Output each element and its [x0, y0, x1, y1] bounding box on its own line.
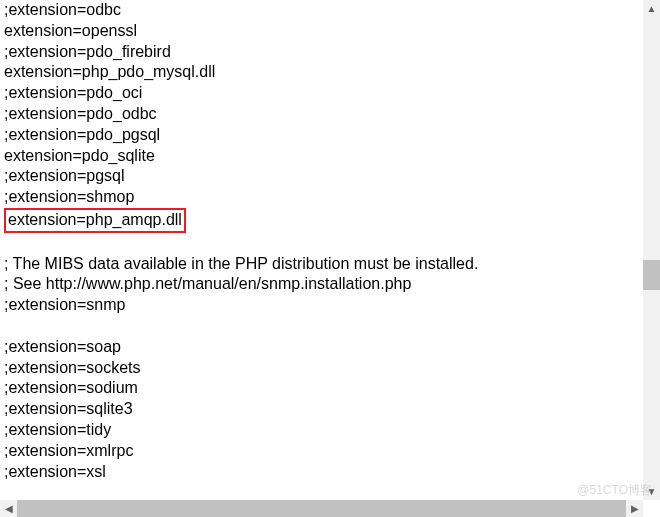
config-line: ;extension=pdo_pgsql [4, 125, 636, 146]
blank-line [4, 233, 636, 254]
config-line: ;extension=xsl [4, 462, 636, 483]
horizontal-scrollbar[interactable]: ◀ ▶ [0, 500, 643, 517]
config-line: ;extension=pdo_firebird [4, 42, 636, 63]
scroll-left-button[interactable]: ◀ [0, 500, 17, 517]
config-line: ;extension=xmlrpc [4, 441, 636, 462]
arrow-left-icon: ◀ [5, 504, 13, 514]
config-line: extension=openssl [4, 21, 636, 42]
config-line: ;extension=sockets [4, 358, 636, 379]
config-text-area: ;extension=odbc extension=openssl ;exten… [0, 0, 640, 497]
arrow-right-icon: ▶ [631, 504, 639, 514]
watermark: @51CTO博客 [577, 483, 652, 499]
scroll-right-button[interactable]: ▶ [626, 500, 643, 517]
config-line: ;extension=odbc [4, 0, 636, 21]
config-line: ;extension=sodium [4, 378, 636, 399]
config-line: ;extension=pdo_odbc [4, 104, 636, 125]
config-line: ;extension=snmp [4, 295, 636, 316]
comment-line: ; The MIBS data available in the PHP dis… [4, 254, 636, 275]
config-line: ;extension=soap [4, 337, 636, 358]
config-line: ;extension=sqlite3 [4, 399, 636, 420]
arrow-up-icon: ▲ [647, 4, 657, 14]
scroll-up-button[interactable]: ▲ [643, 0, 660, 17]
blank-line [4, 316, 636, 337]
config-line: extension=pdo_sqlite [4, 146, 636, 167]
config-line: ;extension=pdo_oci [4, 83, 636, 104]
comment-line: ; See http://www.php.net/manual/en/snmp.… [4, 274, 636, 295]
config-line: ;extension=tidy [4, 420, 636, 441]
vertical-scrollbar[interactable]: ▲ ▼ [643, 0, 660, 500]
config-line: ;extension=pgsql [4, 166, 636, 187]
vertical-scroll-thumb[interactable] [643, 260, 660, 290]
config-line: extension=php_pdo_mysql.dll [4, 62, 636, 83]
horizontal-scroll-thumb[interactable] [17, 500, 627, 517]
config-line: ;extension=shmop [4, 187, 636, 208]
highlighted-config-line: extension=php_amqp.dll [4, 208, 186, 233]
